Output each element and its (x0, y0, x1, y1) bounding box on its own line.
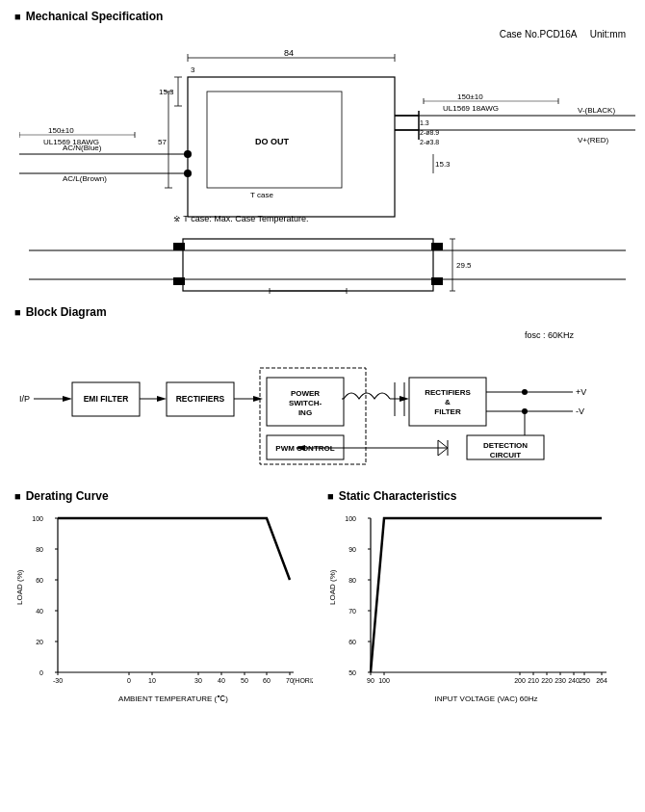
svg-text:INPUT VOLTAGE (VAC) 60Hz: INPUT VOLTAGE (VAC) 60Hz (435, 694, 538, 703)
svg-text:CIRCUIT: CIRCUIT (490, 451, 522, 459)
svg-marker-71 (253, 396, 263, 402)
svg-text:100: 100 (345, 515, 356, 522)
svg-text:+V: +V (576, 387, 586, 397)
svg-text:50: 50 (241, 677, 248, 684)
svg-rect-50 (173, 277, 185, 285)
svg-text:ING: ING (298, 408, 312, 417)
svg-rect-49 (173, 243, 185, 250)
case-no: Case No.PCD16A Unit:mm (500, 29, 626, 39)
svg-text:1.3: 1.3 (420, 119, 429, 126)
svg-text:100: 100 (378, 677, 390, 684)
svg-text:DO OUT: DO OUT (255, 137, 290, 146)
svg-text:150±10: 150±10 (48, 126, 74, 135)
svg-point-19 (184, 170, 192, 177)
svg-text:150±10: 150±10 (457, 92, 483, 101)
svg-text:SWITCH-: SWITCH- (289, 399, 322, 407)
svg-text:T case: T case (250, 191, 273, 199)
svg-rect-52 (431, 277, 443, 285)
svg-text:I/P: I/P (19, 394, 30, 404)
svg-text:80: 80 (36, 546, 43, 553)
svg-text:V+(RED): V+(RED) (578, 136, 609, 144)
svg-text:&: & (445, 398, 451, 406)
svg-point-18 (184, 150, 192, 158)
svg-text:-30: -30 (53, 677, 63, 684)
svg-text:AC/L(Brown): AC/L(Brown) (63, 174, 107, 183)
svg-text:10: 10 (148, 677, 156, 684)
mechanical-section: Mechanical Specification Case No.PCD16A … (14, 10, 631, 296)
svg-text:EMI FILTER: EMI FILTER (84, 394, 129, 404)
derating-title: Derating Curve (14, 489, 318, 503)
svg-text:-V: -V (576, 406, 584, 416)
svg-text:60: 60 (348, 639, 356, 645)
svg-text:0: 0 (39, 669, 43, 676)
svg-text:250: 250 (579, 677, 590, 684)
static-chart: LOAD (%) 50 60 70 80 90 100 (327, 509, 626, 711)
block-diagram: fosc : 60KHz I/P EMI FILTER RECTIFIERS P… (14, 325, 631, 474)
svg-text:60: 60 (263, 677, 271, 684)
svg-text:POWER: POWER (291, 389, 320, 398)
derating-chart: LOAD (%) 0 20 40 60 80 100 - (14, 509, 313, 711)
svg-marker-63 (63, 396, 72, 402)
svg-text:LOAD (%): LOAD (%) (15, 569, 24, 605)
svg-text:RECTIFIERS: RECTIFIERS (176, 394, 225, 404)
svg-text:230: 230 (555, 677, 566, 684)
svg-text:84: 84 (284, 48, 294, 58)
svg-text:UL1569 18AWG: UL1569 18AWG (43, 138, 99, 146)
svg-text:15.3: 15.3 (159, 88, 174, 96)
svg-text:40: 40 (36, 608, 43, 615)
svg-text:60: 60 (36, 577, 43, 584)
svg-text:0: 0 (127, 677, 131, 684)
svg-text:RECTIFIERS: RECTIFIERS (425, 388, 471, 397)
static-title: Static Characteristics (327, 489, 631, 503)
mechanical-title: Mechanical Specification (14, 10, 631, 23)
svg-text:50: 50 (348, 669, 356, 676)
svg-text:UL1569 18AWG: UL1569 18AWG (443, 104, 499, 113)
svg-rect-48 (183, 239, 433, 291)
svg-text:2-ø3.8: 2-ø3.8 (420, 139, 439, 145)
svg-text:V-(BLACK): V-(BLACK) (578, 106, 615, 115)
svg-text:29.5: 29.5 (456, 261, 472, 270)
svg-text:80: 80 (348, 577, 356, 584)
svg-text:AMBIENT TEMPERATURE (℃): AMBIENT TEMPERATURE (℃) (118, 694, 228, 703)
block-diagram-title: Block Diagram (14, 305, 631, 319)
svg-marker-67 (157, 396, 167, 402)
svg-text:3: 3 (191, 65, 195, 74)
svg-text:70: 70 (348, 608, 356, 615)
svg-text:FILTER: FILTER (434, 407, 461, 416)
svg-text:220: 220 (541, 677, 553, 684)
svg-text:90: 90 (367, 677, 374, 684)
svg-text:(HORIZONTAL): (HORIZONTAL) (293, 677, 313, 685)
svg-rect-51 (431, 243, 443, 250)
svg-point-88 (522, 389, 528, 395)
svg-text:57: 57 (158, 138, 167, 146)
mechanical-diagram: 84 3 DO OUT 15.3 57 (19, 29, 635, 294)
svg-text:2-ø8.9: 2-ø8.9 (420, 129, 439, 136)
derating-curve-section: Derating Curve LOAD (%) 0 20 40 60 (14, 489, 318, 713)
svg-text:※ T case: Max. Case Temperatur: ※ T case: Max. Case Temperature. (173, 214, 309, 223)
svg-text:100: 100 (32, 515, 43, 522)
svg-text:264: 264 (596, 677, 607, 684)
svg-text:DETECTION: DETECTION (483, 441, 528, 450)
svg-text:90: 90 (348, 546, 356, 553)
svg-text:40: 40 (218, 677, 225, 684)
static-characteristics-section: Static Characteristics LOAD (%) 50 60 70… (327, 489, 631, 713)
fosc-label: fosc : 60KHz (525, 330, 575, 340)
svg-text:30: 30 (194, 677, 202, 684)
charts-row: Derating Curve LOAD (%) 0 20 40 60 (14, 489, 631, 713)
svg-rect-5 (188, 77, 395, 217)
block-diagram-section: Block Diagram fosc : 60KHz I/P EMI FILTE… (14, 305, 631, 476)
svg-text:200: 200 (514, 677, 526, 684)
svg-text:LOAD (%): LOAD (%) (328, 569, 337, 605)
page: Mechanical Specification Case No.PCD16A … (0, 0, 645, 722)
svg-text:20: 20 (36, 639, 43, 645)
svg-text:210: 210 (528, 677, 539, 684)
svg-text:15.3: 15.3 (435, 160, 451, 169)
